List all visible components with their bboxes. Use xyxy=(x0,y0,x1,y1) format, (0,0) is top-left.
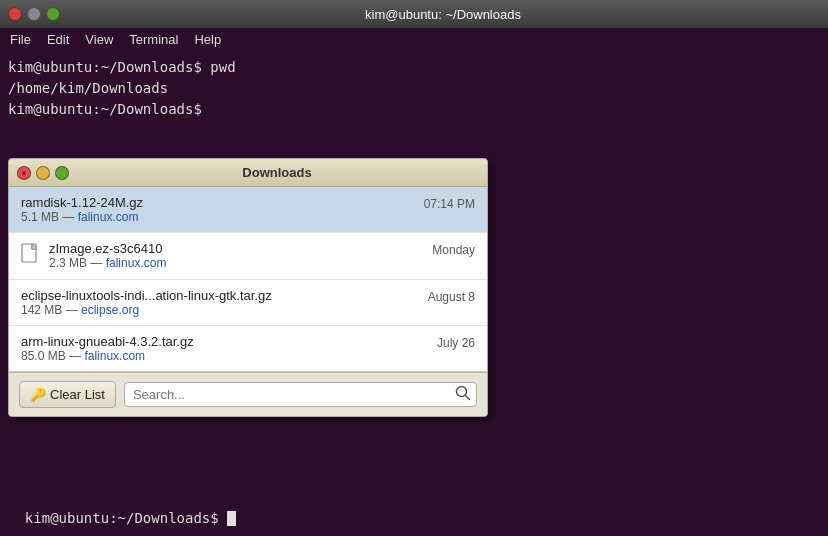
terminal-title-bar: kim@ubuntu: ~/Downloads xyxy=(0,0,828,28)
clear-list-icon: 🔑 xyxy=(30,387,46,402)
dialog-buttons: × xyxy=(17,166,69,180)
dialog-close-button[interactable]: × xyxy=(17,166,31,180)
downloads-list: ramdisk-1.12-24M.gz 5.1 MB — falinux.com… xyxy=(9,187,487,372)
title-bar-buttons xyxy=(8,7,60,21)
download-item-4[interactable]: arm-linux-gnueabi-4.3.2.tar.gz 85.0 MB —… xyxy=(9,326,487,371)
dialog-minimize-button[interactable] xyxy=(36,166,50,180)
clear-list-label: Clear List xyxy=(50,387,105,402)
dialog-title: Downloads xyxy=(75,165,479,180)
terminal-cursor xyxy=(227,511,236,526)
download-item-3-name: eclipse-linuxtools-indi...ation-linux-gt… xyxy=(21,288,420,303)
download-item-2-meta: 2.3 MB — falinux.com xyxy=(49,256,424,270)
download-item-2-name: zImage.ez-s3c6410 xyxy=(49,241,424,256)
terminal-bottom-line: kim@ubuntu:~/Downloads$ xyxy=(8,494,236,526)
download-item-3-date: August 8 xyxy=(428,288,475,304)
download-item-3-info: eclipse-linuxtools-indi...ation-linux-gt… xyxy=(21,288,420,317)
dialog-maximize-button[interactable] xyxy=(55,166,69,180)
menu-view[interactable]: View xyxy=(79,30,119,49)
download-item-1-info: ramdisk-1.12-24M.gz 5.1 MB — falinux.com xyxy=(21,195,416,224)
download-item-1-meta: 5.1 MB — falinux.com xyxy=(21,210,416,224)
download-item-3[interactable]: eclipse-linuxtools-indi...ation-linux-gt… xyxy=(9,280,487,326)
download-item-3-meta: 142 MB — eclipse.org xyxy=(21,303,420,317)
menu-file[interactable]: File xyxy=(4,30,37,49)
search-box-wrap xyxy=(124,382,477,407)
terminal-minimize-button[interactable] xyxy=(27,7,41,21)
downloads-dialog: × Downloads ramdisk-1.12-24M.gz 5.1 MB —… xyxy=(8,158,488,417)
menu-bar: File Edit View Terminal Help xyxy=(0,28,828,51)
search-button[interactable] xyxy=(453,383,473,406)
menu-help[interactable]: Help xyxy=(188,30,227,49)
search-input[interactable] xyxy=(124,382,477,407)
search-icon xyxy=(455,385,471,401)
file-icon-2 xyxy=(21,243,41,271)
download-item-4-info: arm-linux-gnueabi-4.3.2.tar.gz 85.0 MB —… xyxy=(21,334,429,363)
terminal-prompt-bottom: kim@ubuntu:~/Downloads$ xyxy=(25,510,227,526)
download-item-4-date: July 26 xyxy=(437,334,475,350)
menu-edit[interactable]: Edit xyxy=(41,30,75,49)
dialog-footer: 🔑 Clear List xyxy=(9,372,487,416)
menu-terminal[interactable]: Terminal xyxy=(123,30,184,49)
download-item-1-date: 07:14 PM xyxy=(424,195,475,211)
svg-line-3 xyxy=(466,396,470,400)
download-item-4-meta: 85.0 MB — falinux.com xyxy=(21,349,429,363)
dialog-title-bar: × Downloads xyxy=(9,159,487,187)
download-item-4-name: arm-linux-gnueabi-4.3.2.tar.gz xyxy=(21,334,429,349)
terminal-content: kim@ubuntu:~/Downloads$ pwd /home/kim/Do… xyxy=(0,51,828,126)
download-item-2-date: Monday xyxy=(432,241,475,257)
download-item-2-info: zImage.ez-s3c6410 2.3 MB — falinux.com xyxy=(49,241,424,270)
terminal-line-1: kim@ubuntu:~/Downloads$ pwd xyxy=(8,57,820,78)
clear-list-button[interactable]: 🔑 Clear List xyxy=(19,381,116,408)
download-item-1[interactable]: ramdisk-1.12-24M.gz 5.1 MB — falinux.com… xyxy=(9,187,487,233)
terminal-line-2: /home/kim/Downloads xyxy=(8,78,820,99)
terminal-title: kim@ubuntu: ~/Downloads xyxy=(66,7,820,22)
terminal-line-3: kim@ubuntu:~/Downloads$ xyxy=(8,99,820,120)
terminal-close-button[interactable] xyxy=(8,7,22,21)
terminal-maximize-button[interactable] xyxy=(46,7,60,21)
download-item-1-name: ramdisk-1.12-24M.gz xyxy=(21,195,416,210)
download-item-2[interactable]: zImage.ez-s3c6410 2.3 MB — falinux.com M… xyxy=(9,233,487,280)
